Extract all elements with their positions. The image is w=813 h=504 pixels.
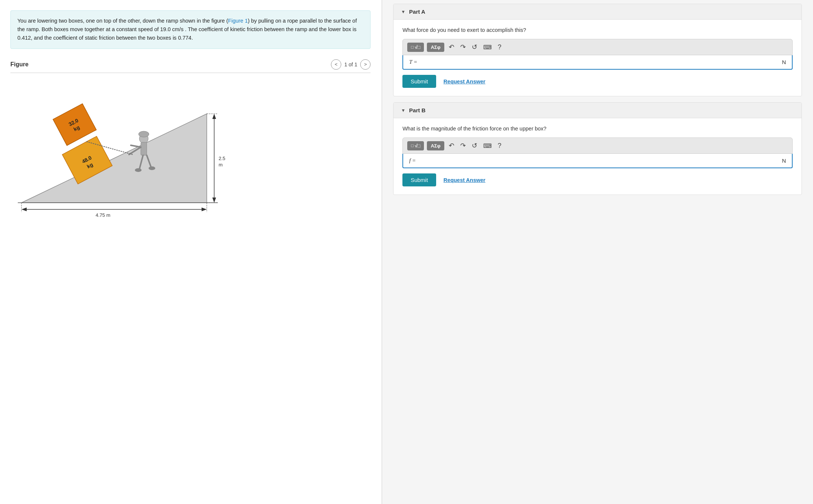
part-a-variable-label: T =: [409, 59, 420, 65]
figure-next-button[interactable]: >: [360, 59, 371, 70]
part-a-answer-input[interactable]: [425, 59, 777, 65]
part-a-action-row: Submit Request Answer: [402, 75, 793, 88]
part-b-undo-button[interactable]: ↶: [447, 141, 456, 150]
figure-label: Figure: [10, 61, 29, 68]
part-b-chevron: ▼: [401, 108, 405, 113]
part-a-question: What force do you need to exert to accom…: [402, 27, 793, 33]
problem-text-before-link: You are lowering two boxes, one on top o…: [17, 18, 228, 24]
part-a-submit-button[interactable]: Submit: [402, 75, 436, 88]
part-b-question: What is the magnitude of the friction fo…: [402, 126, 793, 132]
part-b-refresh-button[interactable]: ↺: [470, 141, 479, 150]
svg-marker-21: [212, 114, 216, 119]
part-a-section: ▼ Part A What force do you need to exert…: [393, 4, 802, 96]
part-a-redo-button[interactable]: ↷: [459, 42, 467, 52]
part-b-header: ▼ Part B: [394, 103, 802, 118]
problem-text: You are lowering two boxes, one on top o…: [10, 10, 371, 49]
part-b-title: Part B: [409, 107, 425, 113]
part-b-answer-row: f = N: [402, 154, 793, 168]
part-b-body: What is the magnitude of the friction fo…: [394, 118, 802, 195]
part-a-help-button[interactable]: ?: [496, 43, 503, 52]
svg-marker-29: [202, 208, 207, 211]
part-a-undo-button[interactable]: ↶: [447, 42, 456, 52]
part-a-request-answer-button[interactable]: Request Answer: [444, 79, 485, 84]
figure-container: 48.0 kg 32.0 kg: [10, 77, 371, 219]
part-a-answer-row: T = N: [402, 55, 793, 70]
svg-marker-28: [21, 208, 27, 211]
part-b-sqrt-button[interactable]: □√□: [407, 141, 424, 150]
part-b-help-button[interactable]: ?: [496, 141, 503, 150]
part-a-header: ▼ Part A: [394, 4, 802, 20]
height-arrow: 2.50 m: [207, 114, 225, 203]
part-b-redo-button[interactable]: ↷: [459, 141, 467, 150]
svg-line-16: [131, 145, 141, 147]
part-a-title: Part A: [409, 9, 425, 15]
part-b-request-answer-button[interactable]: Request Answer: [444, 177, 485, 183]
part-b-variable-label: f =: [409, 158, 420, 164]
figure-header: Figure < 1 of 1 >: [10, 59, 371, 73]
part-a-body: What force do you need to exert to accom…: [394, 20, 802, 96]
part-b-action-row: Submit Request Answer: [402, 173, 793, 186]
svg-marker-22: [212, 198, 216, 203]
part-b-alpha-button[interactable]: ΑΣφ: [427, 141, 444, 150]
svg-text:m: m: [219, 162, 223, 168]
svg-point-14: [149, 166, 155, 170]
svg-text:4.75 m: 4.75 m: [96, 212, 110, 218]
figure-link[interactable]: Figure 1: [228, 18, 248, 24]
part-b-unit: N: [782, 158, 786, 164]
svg-text:2.50: 2.50: [219, 156, 225, 161]
svg-point-13: [135, 168, 142, 172]
part-b-section: ▼ Part B What is the magnitude of the fr…: [393, 102, 802, 195]
figure-prev-button[interactable]: <: [331, 59, 341, 70]
svg-rect-10: [141, 142, 147, 155]
part-a-chevron: ▼: [401, 9, 405, 14]
figure-page-indicator: 1 of 1: [344, 62, 357, 67]
part-a-refresh-button[interactable]: ↺: [470, 42, 479, 52]
part-a-alpha-button[interactable]: ΑΣφ: [427, 43, 444, 52]
part-b-keyboard-button[interactable]: ⌨: [482, 142, 493, 150]
right-panel: ▼ Part A What force do you need to exert…: [382, 0, 813, 504]
part-b-answer-input[interactable]: [425, 158, 777, 164]
part-a-sqrt-button[interactable]: □√□: [407, 43, 424, 52]
part-a-toolbar: □√□ ΑΣφ ↶ ↷ ↺ ⌨ ?: [402, 39, 793, 55]
part-b-submit-button[interactable]: Submit: [402, 173, 436, 186]
width-arrow: 4.75 m: [21, 203, 207, 218]
svg-point-9: [139, 131, 149, 137]
part-b-toolbar: □√□ ΑΣφ ↶ ↷ ↺ ⌨ ?: [402, 137, 793, 154]
figure-nav: < 1 of 1 >: [331, 59, 371, 70]
svg-marker-0: [21, 114, 207, 203]
part-a-unit: N: [782, 59, 786, 65]
part-a-keyboard-button[interactable]: ⌨: [482, 43, 493, 52]
figure-svg: 48.0 kg 32.0 kg: [10, 77, 225, 218]
